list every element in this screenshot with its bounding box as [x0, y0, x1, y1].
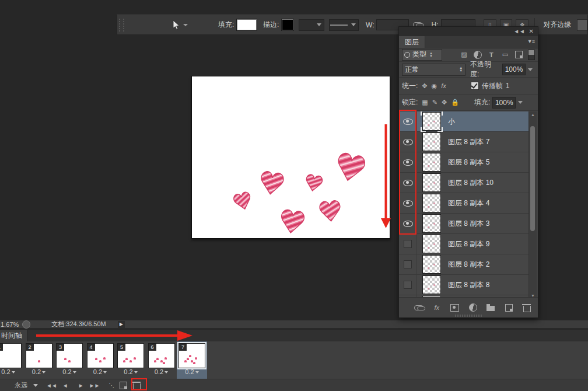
lock-pixels-icon[interactable]: ✎ [432, 99, 438, 106]
status-menu-arrow[interactable]: ▶ [118, 321, 125, 328]
prev-frame-button[interactable]: ◄ [62, 382, 68, 389]
frame-thumbnail[interactable]: 3 [56, 343, 83, 368]
kind-filter-select[interactable]: 类型 ▲▼ [402, 49, 442, 61]
fill-swatch[interactable] [236, 19, 257, 31]
next-frame-button[interactable]: ►► [89, 382, 100, 389]
layer-row[interactable]: 小 [399, 111, 530, 132]
layer-row[interactable]: 图层 8 副本 9 [399, 234, 530, 254]
layer-row[interactable]: 图层 8 副本 10 [399, 173, 530, 193]
scrollbar-thumb[interactable] [530, 126, 535, 231]
layer-thumbnail[interactable] [422, 255, 441, 274]
propagate-checkbox[interactable] [471, 82, 479, 90]
filter-toggle[interactable] [528, 50, 535, 60]
new-layer-icon[interactable] [502, 302, 516, 313]
scroll-up-icon[interactable]: ▲ [531, 113, 535, 117]
tab-timeline[interactable]: 时间轴 [0, 330, 27, 341]
frame-thumbnail[interactable]: 1 [0, 343, 22, 368]
layer-row[interactable]: 图层 8 副本 5 [399, 152, 530, 173]
frame-cell[interactable]: 70.2 [177, 341, 207, 379]
filter-shape-icon[interactable]: ▭ [499, 50, 511, 60]
layers-scrollbar[interactable]: ▲ ▼ [528, 111, 537, 299]
panel-fill-value[interactable]: 100% [492, 97, 516, 109]
move-tool-icon[interactable] [173, 20, 180, 30]
frame-cell[interactable]: 20.2 [24, 341, 54, 379]
layer-mask-icon[interactable] [448, 302, 462, 313]
frame-duration[interactable]: 0.2 [146, 368, 177, 375]
new-frame-button[interactable] [120, 382, 127, 389]
frame-thumbnail[interactable]: 2 [26, 343, 52, 368]
eye-toggle[interactable] [399, 193, 417, 213]
frame-cell[interactable]: 10.2 [0, 341, 23, 379]
frame-thumbnail[interactable]: 5 [117, 343, 144, 368]
frame-thumbnail[interactable]: 6 [148, 343, 175, 368]
opacity-value[interactable]: 100% [502, 64, 526, 75]
play-button[interactable]: ► [78, 382, 83, 389]
layer-row[interactable]: 图层 8 副本 2 [399, 254, 530, 275]
options-bar-grip[interactable] [119, 19, 124, 32]
layer-thumbnail[interactable] [422, 153, 441, 172]
frame-cell[interactable]: 40.2 [85, 341, 116, 379]
link-layers-icon[interactable] [412, 302, 426, 313]
layer-styles-icon[interactable]: fx [430, 302, 444, 313]
frame-duration[interactable]: 0.2 [0, 368, 23, 375]
layer-thumbnail[interactable] [422, 214, 441, 233]
eye-toggle[interactable] [399, 214, 417, 233]
visibility-checkbox[interactable] [399, 254, 417, 274]
zoom-value[interactable]: 1.67% [1, 321, 19, 328]
stroke-width-select[interactable] [299, 19, 324, 31]
layer-row[interactable]: 图层 8 副本 4 [399, 193, 530, 214]
filter-adjustment-icon[interactable] [472, 50, 484, 60]
tool-dropdown-arrow[interactable] [183, 24, 188, 26]
layer-thumbnail[interactable] [422, 275, 441, 294]
frame-duration[interactable]: 0.2 [85, 368, 116, 375]
frame-duration[interactable]: 0.2 [24, 368, 54, 375]
layer-row[interactable]: 图层 8 副本 3 [399, 214, 530, 234]
layer-thumbnail[interactable] [422, 173, 441, 192]
frame-duration[interactable]: 0.2 [54, 368, 85, 375]
layer-row[interactable]: 图层 8 副本 8 [399, 275, 530, 295]
frame-thumbnail[interactable]: 7 [178, 343, 205, 368]
frame-cell[interactable]: 30.2 [54, 341, 85, 379]
frame-cell[interactable]: 60.2 [146, 341, 177, 379]
eye-toggle[interactable] [399, 111, 417, 131]
loop-select[interactable]: 永远 [15, 381, 40, 390]
eye-toggle[interactable] [399, 132, 417, 152]
filter-smartobject-icon[interactable] [513, 50, 525, 60]
lock-all-icon[interactable]: 🔒 [451, 99, 459, 106]
frame-duration[interactable]: 0.2 [116, 368, 146, 375]
filter-pixel-icon[interactable]: ▨ [459, 50, 470, 60]
layer-thumbnail[interactable] [422, 132, 441, 151]
tween-button[interactable]: ⋱ [108, 382, 114, 389]
document-canvas[interactable] [191, 76, 390, 239]
layer-row[interactable]: 图层 8 副本 7 [399, 132, 530, 152]
fill-dropdown-icon[interactable] [518, 101, 523, 104]
blend-mode-select[interactable]: 正常 ▲▼ [402, 64, 466, 76]
unify-visibility-icon[interactable]: ◉ [432, 82, 438, 90]
stroke-swatch[interactable] [281, 19, 294, 31]
layer-thumbnail[interactable] [422, 235, 441, 253]
layer-group-icon[interactable] [484, 302, 498, 313]
edge-partial-button[interactable] [577, 19, 587, 31]
frame-thumbnail[interactable]: 4 [87, 343, 114, 368]
unify-position-icon[interactable]: ✥ [422, 82, 427, 90]
visibility-checkbox[interactable] [399, 234, 417, 254]
collapse-panel-icon[interactable]: ◄◄ [513, 28, 525, 35]
first-frame-button[interactable]: ◄◄ [46, 382, 57, 389]
delete-frame-button[interactable] [133, 381, 141, 390]
close-panel-icon[interactable]: ✕ [529, 28, 534, 35]
visibility-checkbox[interactable] [399, 275, 417, 295]
lock-position-icon[interactable]: ✥ [442, 99, 447, 106]
filter-type-icon[interactable]: T [486, 50, 498, 60]
tab-layers[interactable]: 图层 [399, 36, 425, 48]
stroke-type-select[interactable] [329, 19, 359, 31]
opacity-dropdown-icon[interactable] [528, 68, 533, 71]
panel-resize-grip[interactable] [455, 315, 482, 317]
layer-thumbnail[interactable] [422, 112, 441, 131]
delete-layer-icon[interactable] [520, 302, 534, 313]
unify-style-icon[interactable]: fx [441, 82, 446, 89]
adjustment-layer-icon[interactable] [466, 302, 480, 313]
frame-cell[interactable]: 50.2 [116, 341, 146, 379]
lock-transparent-icon[interactable]: ▦ [422, 99, 428, 106]
panel-menu-icon[interactable]: ▼≡ [527, 39, 534, 44]
eye-toggle[interactable] [399, 152, 417, 172]
